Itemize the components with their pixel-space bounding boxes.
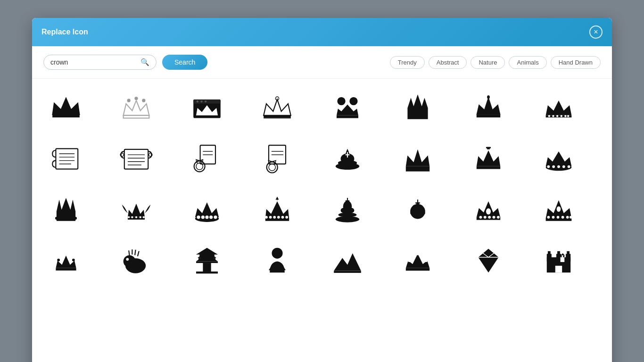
filter-tags: Trendy Abstract Nature Animals Hand Draw… xyxy=(390,56,601,69)
svg-point-8 xyxy=(200,100,202,102)
icon-pope-crown[interactable] xyxy=(319,135,376,182)
svg-point-60 xyxy=(557,165,560,168)
svg-rect-109 xyxy=(56,268,76,271)
svg-point-106 xyxy=(566,216,569,219)
svg-point-79 xyxy=(209,215,213,219)
svg-point-14 xyxy=(349,97,357,105)
icon-orb-crown[interactable] xyxy=(389,186,446,233)
close-button[interactable]: × xyxy=(589,25,603,39)
svg-point-111 xyxy=(72,259,75,262)
icon-scroll-simple[interactable] xyxy=(38,135,94,182)
filter-tag-trendy[interactable]: Trendy xyxy=(390,56,425,69)
svg-rect-121 xyxy=(334,271,361,273)
svg-point-114 xyxy=(126,258,129,261)
svg-point-125 xyxy=(425,259,428,262)
svg-point-3 xyxy=(142,99,145,102)
svg-rect-26 xyxy=(56,148,78,169)
icon-crown-dotted[interactable] xyxy=(530,84,587,132)
svg-point-42 xyxy=(196,163,202,170)
svg-point-25 xyxy=(567,115,569,117)
svg-rect-135 xyxy=(560,256,564,262)
svg-point-73 xyxy=(140,216,141,218)
icon-crown-simple[interactable] xyxy=(38,84,94,132)
icon-crown-lines[interactable] xyxy=(249,84,305,132)
svg-rect-136 xyxy=(560,255,561,257)
svg-point-84 xyxy=(273,216,276,219)
svg-point-18 xyxy=(487,95,490,99)
filter-tag-nature[interactable]: Nature xyxy=(471,56,505,69)
icon-crown-round-base[interactable] xyxy=(179,186,235,233)
svg-point-95 xyxy=(479,216,482,219)
icon-crown-winged[interactable] xyxy=(108,186,165,233)
svg-point-105 xyxy=(561,216,564,219)
icon-crown-spikes[interactable] xyxy=(389,84,446,132)
icon-crown-screen[interactable] xyxy=(179,84,235,132)
icon-castle[interactable] xyxy=(530,237,587,284)
icon-crown-mountain[interactable] xyxy=(319,237,376,284)
icon-crown-tall[interactable] xyxy=(38,186,94,233)
svg-point-23 xyxy=(560,115,562,117)
search-input[interactable] xyxy=(50,58,139,66)
icon-crown-jewel[interactable] xyxy=(460,186,517,233)
svg-point-102 xyxy=(547,216,550,219)
icon-hedgehog[interactable] xyxy=(108,237,165,284)
svg-point-9 xyxy=(204,100,206,102)
svg-point-56 xyxy=(486,156,491,162)
search-button[interactable]: Search xyxy=(162,55,207,70)
icon-crown-oval[interactable] xyxy=(530,135,587,182)
svg-point-120 xyxy=(272,248,282,259)
svg-point-70 xyxy=(128,216,130,218)
icon-stamp-document[interactable] xyxy=(179,135,235,182)
svg-rect-17 xyxy=(476,115,500,117)
icon-crown-couple[interactable] xyxy=(319,84,376,132)
svg-point-85 xyxy=(277,216,280,219)
svg-point-61 xyxy=(562,165,565,168)
svg-point-71 xyxy=(131,216,133,218)
svg-point-77 xyxy=(201,215,204,219)
icon-crown-mini[interactable] xyxy=(38,237,94,284)
svg-point-110 xyxy=(57,259,60,262)
icon-crown-bracket[interactable] xyxy=(389,237,446,284)
icon-scroll-fancy[interactable] xyxy=(108,135,165,182)
svg-rect-0 xyxy=(52,115,80,117)
icon-diamond[interactable] xyxy=(460,237,517,284)
icon-crown-cross[interactable] xyxy=(460,135,517,182)
svg-point-65 xyxy=(61,217,64,220)
modal-header: Replace Icon × xyxy=(32,18,612,46)
filter-tag-animals[interactable]: Animals xyxy=(509,56,546,69)
icon-crown-king[interactable] xyxy=(389,135,446,182)
icon-pagoda[interactable] xyxy=(179,237,235,284)
svg-point-20 xyxy=(548,115,550,117)
svg-point-62 xyxy=(567,165,570,168)
filter-tag-hand-drawn[interactable]: Hand Drawn xyxy=(551,56,601,69)
svg-rect-81 xyxy=(265,218,289,221)
icon-pope-tiara[interactable] xyxy=(319,186,376,233)
svg-point-67 xyxy=(68,217,71,220)
icon-crown-fancy[interactable] xyxy=(530,186,587,233)
svg-point-103 xyxy=(552,216,554,219)
svg-point-104 xyxy=(556,216,559,219)
svg-rect-16 xyxy=(408,116,428,119)
svg-rect-54 xyxy=(406,170,429,172)
svg-point-41 xyxy=(194,161,205,172)
icon-crown-elegant[interactable] xyxy=(460,84,517,132)
svg-point-80 xyxy=(214,215,217,219)
svg-point-123 xyxy=(408,259,411,262)
icon-person-silhouette[interactable] xyxy=(249,237,305,284)
svg-point-58 xyxy=(547,165,550,168)
svg-rect-119 xyxy=(196,272,217,273)
svg-rect-137 xyxy=(563,255,564,257)
icon-stamp-document2[interactable] xyxy=(249,135,305,182)
icon-grid xyxy=(38,84,601,284)
filter-tag-abstract[interactable]: Abstract xyxy=(429,56,467,69)
svg-rect-118 xyxy=(203,263,211,272)
svg-point-96 xyxy=(483,216,486,219)
replace-icon-modal: Replace Icon × 🔍 Search Trendy Abstract … xyxy=(32,18,612,362)
icon-crown-ornate[interactable] xyxy=(249,186,305,233)
svg-point-82 xyxy=(265,216,268,219)
svg-rect-53 xyxy=(406,166,429,170)
icon-crown-outline[interactable] xyxy=(108,84,165,132)
svg-point-87 xyxy=(285,216,288,219)
svg-point-97 xyxy=(488,216,491,219)
svg-point-21 xyxy=(552,115,554,117)
